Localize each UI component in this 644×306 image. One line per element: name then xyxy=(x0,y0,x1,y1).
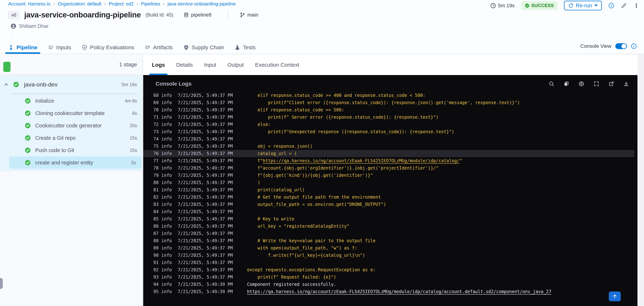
open-in-new-icon[interactable] xyxy=(608,81,614,87)
step-cookiecutter-code-generator[interactable]: Cookiecutter code generator20s xyxy=(0,119,142,132)
log-line-number: 77 xyxy=(154,157,161,164)
log-level: info xyxy=(161,266,178,273)
clock-icon xyxy=(490,3,496,9)
edit-pipeline-icon[interactable] xyxy=(621,3,627,9)
log-tab-input[interactable]: Input xyxy=(204,55,216,75)
console-view-control: Console View xyxy=(580,43,637,49)
console-toolbar xyxy=(548,81,629,87)
breadcrumb-link[interactable]: Pipelines xyxy=(141,1,160,7)
log-line-91: 91info7/21/2025, 5:49:37 PM xyxy=(143,259,638,266)
log-timestamp: 7/21/2025, 5:49:37 PM xyxy=(178,128,247,135)
log-timestamp: 7/21/2025, 5:49:37 PM xyxy=(178,106,247,114)
log-message: Component registered successfully. xyxy=(247,281,336,288)
log-line-84: 84info7/21/2025, 5:49:37 PM xyxy=(143,208,638,215)
resize-handle[interactable] xyxy=(0,278,3,289)
pipeline-icon xyxy=(8,45,14,50)
info-icon[interactable] xyxy=(608,3,614,9)
check-circle-icon xyxy=(525,3,530,8)
step-initialize[interactable]: Initialize4m 8s xyxy=(0,95,142,107)
step-success-icon xyxy=(25,110,31,116)
log-message: https://qa.harness.io/ng/account/zEaak-F… xyxy=(247,288,551,295)
download-icon[interactable] xyxy=(623,81,629,87)
log-message: print(f"Client error ({response.status_c… xyxy=(247,99,520,106)
branch-chip[interactable]: main xyxy=(240,12,258,18)
tab-policy-evaluations[interactable]: Policy Evaluations xyxy=(82,41,134,54)
log-line-number: 84 xyxy=(154,208,161,215)
log-message: f"{obj.get('kind')}/{obj.get('identifier… xyxy=(247,172,373,179)
log-tab-details[interactable]: Details xyxy=(176,55,193,75)
log-message: obj = response.json() xyxy=(247,143,312,150)
repository-icon xyxy=(184,12,189,18)
log-timestamp: 7/21/2025, 5:49:39 PM xyxy=(178,281,247,288)
tab-tests[interactable]: Tests xyxy=(234,41,256,54)
refresh-icon xyxy=(568,3,574,8)
search-icon[interactable] xyxy=(548,81,554,87)
console-view-toggle[interactable] xyxy=(615,43,627,49)
log-line-74: 74info7/21/2025, 5:49:37 PM xyxy=(143,135,638,143)
tab-inputs[interactable]: Inputs xyxy=(48,41,71,54)
chevron-up-icon[interactable] xyxy=(3,82,9,87)
log-timestamp: 7/21/2025, 5:49:37 PM xyxy=(178,252,247,259)
step-duration: 6s xyxy=(132,111,142,116)
flask-icon xyxy=(234,45,240,50)
step-create-and-register-entity[interactable]: create and register entity5s xyxy=(9,156,142,169)
rerun-button[interactable]: Re-run xyxy=(564,1,602,10)
log-timestamp: 7/21/2025, 5:49:37 PM xyxy=(178,223,247,230)
status-label: SUCCESS xyxy=(531,3,554,8)
log-tab-bar: LogsDetailsInputOutputExecution Context xyxy=(152,55,299,75)
log-link[interactable]: https://qa.harness.io/ng/account/zEaak-F… xyxy=(247,289,551,294)
log-tab-logs[interactable]: Logs xyxy=(152,55,165,75)
log-timestamp: 7/21/2025, 5:49:37 PM xyxy=(178,237,247,244)
log-timestamp: 7/21/2025, 5:49:37 PM xyxy=(178,193,247,201)
step-cloning-cookiecutter-template[interactable]: Cloning cookiecutter template6s xyxy=(0,107,142,119)
console-view-info-icon[interactable] xyxy=(631,43,637,49)
log-line-95: 95info7/21/2025, 5:49:39 PMhttps://qa.ha… xyxy=(143,288,638,295)
step-label: Cloning cookiecutter template xyxy=(35,110,104,116)
page-title: java-service-onboarding-pipeline xyxy=(24,11,141,19)
console-log-area[interactable]: 68info7/21/2025, 5:49:37 PM elif respons… xyxy=(143,93,638,306)
user-avatar-icon xyxy=(10,23,16,29)
log-line-77: 77info7/21/2025, 5:49:37 PM f"https://qa… xyxy=(143,157,638,164)
log-timestamp: 7/21/2025, 5:49:37 PM xyxy=(178,208,247,215)
copy-icon[interactable] xyxy=(564,81,569,87)
log-link[interactable]: https://qa.harness.io/ng/account/zEaak-F… xyxy=(263,158,460,163)
step-duration: 4m 8s xyxy=(125,98,142,104)
log-level: info xyxy=(161,164,178,172)
breadcrumb-link[interactable]: Account: Harness.io xyxy=(8,1,50,7)
log-line-68: 68info7/21/2025, 5:49:37 PM elif respons… xyxy=(143,93,638,99)
step-duration: 15s xyxy=(130,148,142,153)
log-timestamp: 7/21/2025, 5:49:37 PM xyxy=(178,273,247,281)
tab-artifacts[interactable]: Artifacts xyxy=(145,41,172,54)
settings-icon[interactable] xyxy=(578,81,584,87)
breadcrumb-link[interactable]: Organization: default xyxy=(58,1,101,7)
more-options-icon[interactable] xyxy=(634,3,639,9)
log-line-86: 86info7/21/2025, 5:49:37 PM url_key = "r… xyxy=(143,223,638,230)
log-level: info xyxy=(161,252,178,259)
scroll-to-top-button[interactable] xyxy=(609,291,621,301)
log-timestamp: 7/21/2025, 5:49:37 PM xyxy=(178,93,247,99)
stage-row-java-onb-dev[interactable]: java-onb-dev 5m 16s xyxy=(0,75,142,94)
tab-supply-chain[interactable]: Supply Chain xyxy=(183,41,224,54)
log-tab-output[interactable]: Output xyxy=(228,55,244,75)
step-create-a-git-repo[interactable]: Create a Git repo15s xyxy=(0,132,142,144)
console-header: Console Logs xyxy=(143,75,638,93)
log-line-81: 81info7/21/2025, 5:49:37 PM print(catalo… xyxy=(143,186,638,193)
log-line-number: 71 xyxy=(154,114,161,121)
divider xyxy=(228,10,228,20)
log-message: output_file_path = os.environ.get("DRONE… xyxy=(247,201,386,208)
fullscreen-icon[interactable] xyxy=(594,81,599,87)
user-name: Shibam Dhar xyxy=(19,23,48,29)
log-tab-execution-context[interactable]: Execution Context xyxy=(255,55,299,75)
breadcrumb-link[interactable]: Project: sd2 xyxy=(109,1,134,7)
log-line-number: 94 xyxy=(154,281,161,288)
log-level: info xyxy=(161,230,178,237)
log-line-73: 73info7/21/2025, 5:49:37 PM print(f"Unex… xyxy=(143,128,638,135)
step-push-code-to-git[interactable]: Push code to Git15s xyxy=(0,144,142,156)
breadcrumb-link[interactable]: java-service-onboarding-pipeline xyxy=(168,1,236,7)
tab-pipeline[interactable]: Pipeline xyxy=(8,41,38,54)
pipeline-ref[interactable]: pipeline8 xyxy=(184,12,212,18)
console-view-label: Console View xyxy=(580,43,611,49)
log-line-number: 79 xyxy=(154,172,161,179)
log-timestamp: 7/21/2025, 5:49:39 PM xyxy=(178,288,247,295)
step-success-icon xyxy=(25,135,31,141)
